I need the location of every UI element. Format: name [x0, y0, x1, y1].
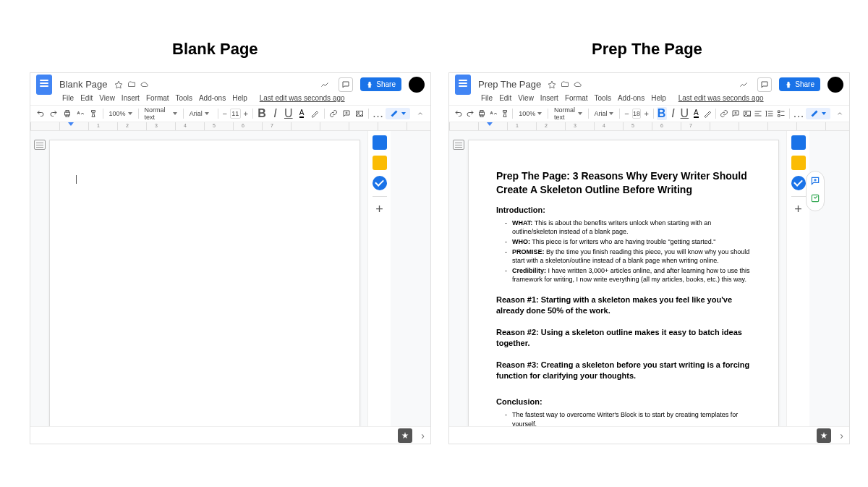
comment-history-button[interactable] [757, 77, 772, 92]
document-title[interactable]: Prep The Page [478, 79, 541, 90]
cloud-saved-icon[interactable] [573, 80, 583, 90]
editing-mode-button[interactable] [806, 108, 830, 119]
menu-insert[interactable]: Insert [540, 94, 558, 102]
style-select[interactable]: Normal text [141, 107, 179, 120]
explore-button[interactable] [398, 428, 412, 443]
hide-menus-button[interactable] [835, 107, 845, 120]
increase-font-button[interactable]: + [242, 109, 250, 118]
print-button[interactable] [477, 107, 487, 120]
activity-icon[interactable] [320, 80, 330, 90]
paint-format-button[interactable] [500, 107, 510, 120]
spellcheck-button[interactable] [488, 107, 498, 120]
menu-edit[interactable]: Edit [499, 94, 511, 102]
underline-button[interactable]: U [679, 107, 689, 120]
add-comment-button[interactable] [341, 107, 352, 120]
style-select[interactable]: Normal text [551, 107, 585, 120]
insert-link-button[interactable] [719, 107, 729, 120]
menu-addons[interactable]: Add-ons [618, 94, 644, 102]
account-avatar[interactable] [409, 77, 425, 93]
italic-button[interactable]: I [269, 107, 281, 120]
menu-format[interactable]: Format [146, 94, 169, 102]
font-select[interactable]: Arial [591, 107, 616, 120]
last-edit-link[interactable]: Last edit was seconds ago [678, 94, 764, 102]
align-button[interactable] [754, 107, 764, 120]
undo-button[interactable] [35, 107, 46, 120]
menu-help[interactable]: Help [232, 94, 247, 102]
bold-button[interactable]: B [657, 107, 667, 120]
document-outline-icon[interactable] [453, 140, 464, 150]
insert-image-button[interactable] [742, 107, 752, 120]
spellcheck-button[interactable] [75, 107, 86, 120]
calendar-icon[interactable] [373, 135, 387, 150]
menu-tools[interactable]: Tools [176, 94, 192, 102]
move-icon[interactable] [127, 80, 137, 90]
star-icon[interactable] [547, 80, 557, 90]
font-select[interactable]: Arial [187, 107, 215, 120]
font-size-input[interactable]: 18 [632, 109, 642, 119]
increase-font-button[interactable]: + [642, 109, 650, 118]
checklist-button[interactable] [776, 107, 786, 120]
bold-button[interactable]: B [256, 107, 268, 120]
page-canvas[interactable] [49, 140, 360, 426]
menu-insert[interactable]: Insert [122, 94, 140, 102]
calendar-icon[interactable] [791, 135, 806, 150]
text-color-button[interactable]: A [296, 107, 307, 120]
menu-view[interactable]: View [518, 94, 534, 102]
paint-format-button[interactable] [88, 107, 99, 120]
text-color-button[interactable]: A [691, 107, 701, 120]
move-icon[interactable] [560, 80, 570, 90]
add-comment-button[interactable] [731, 107, 741, 120]
menu-tools[interactable]: Tools [595, 94, 611, 102]
print-button[interactable] [61, 107, 73, 120]
editing-mode-button[interactable] [386, 108, 410, 119]
insert-link-button[interactable] [328, 107, 339, 120]
side-panel-toggle-icon[interactable]: › [840, 430, 843, 441]
keep-icon[interactable] [791, 156, 806, 170]
tasks-icon[interactable] [791, 176, 806, 190]
more-tools-button[interactable]: … [372, 107, 383, 120]
redo-button[interactable] [465, 107, 475, 120]
add-comment-icon[interactable] [810, 176, 820, 189]
comment-history-button[interactable] [339, 77, 353, 92]
highlight-button[interactable] [309, 107, 320, 120]
star-icon[interactable] [114, 80, 124, 90]
add-addon-icon[interactable]: + [375, 203, 383, 216]
zoom-select[interactable]: 100% [106, 107, 135, 120]
page-canvas[interactable]: Prep The Page: 3 Reasons Why Every Write… [468, 140, 779, 426]
docs-logo-icon[interactable] [36, 75, 52, 95]
side-panel-toggle-icon[interactable]: › [421, 430, 425, 441]
cloud-saved-icon[interactable] [140, 80, 150, 90]
menu-edit[interactable]: Edit [80, 94, 93, 102]
docs-logo-icon[interactable] [455, 75, 471, 95]
menu-help[interactable]: Help [651, 94, 666, 102]
menu-addons[interactable]: Add-ons [199, 94, 226, 102]
more-tools-button[interactable]: … [793, 107, 804, 120]
horizontal-ruler[interactable]: 1234567 [449, 122, 849, 131]
line-spacing-button[interactable] [765, 107, 775, 120]
account-avatar[interactable] [827, 77, 843, 93]
hide-menus-button[interactable] [414, 107, 426, 120]
redo-button[interactable] [48, 107, 59, 120]
menu-file[interactable]: File [481, 94, 493, 102]
menu-format[interactable]: Format [565, 94, 588, 102]
activity-icon[interactable] [739, 80, 749, 90]
suggest-edit-icon[interactable] [810, 193, 820, 206]
share-button[interactable]: Share [360, 77, 401, 91]
last-edit-link[interactable]: Last edit was seconds ago [260, 94, 345, 102]
document-title[interactable]: Blank Page [59, 79, 108, 90]
undo-button[interactable] [454, 107, 464, 120]
explore-button[interactable] [817, 428, 831, 443]
zoom-select[interactable]: 100% [516, 107, 545, 120]
tasks-icon[interactable] [373, 176, 387, 190]
menu-file[interactable]: File [62, 94, 74, 102]
decrease-font-button[interactable]: − [623, 109, 630, 118]
insert-image-button[interactable] [354, 107, 365, 120]
document-outline-icon[interactable] [34, 140, 46, 150]
add-addon-icon[interactable]: + [794, 203, 802, 216]
underline-button[interactable]: U [283, 107, 294, 120]
menu-view[interactable]: View [99, 94, 115, 102]
highlight-button[interactable] [702, 107, 712, 120]
keep-icon[interactable] [373, 156, 387, 170]
share-button[interactable]: Share [779, 77, 820, 91]
decrease-font-button[interactable]: − [221, 109, 228, 118]
